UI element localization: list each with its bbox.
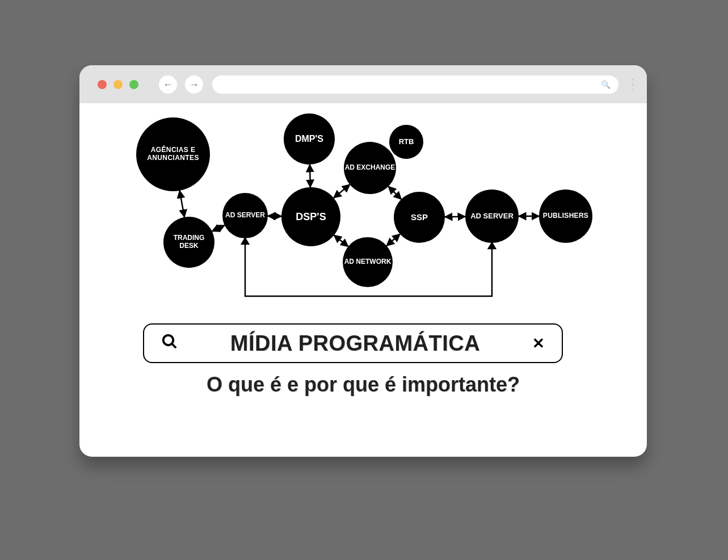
arrow-left-icon: ← (163, 79, 173, 91)
node-agencias: AGÊNCIAS E ANUNCIANTES (136, 117, 210, 191)
headline-term: MÍDIA PROGRAMÁTICA (192, 331, 519, 356)
svg-line-11 (172, 343, 176, 348)
browser-window: ← → 🔍 AGÊNCIAS E ANUNCIANTES TRADING DES… (79, 65, 647, 457)
svg-line-4 (334, 184, 350, 198)
browser-menu-button[interactable] (628, 75, 638, 94)
nav-back-button[interactable]: ← (159, 75, 177, 94)
node-ad-network: AD NETWORK (343, 237, 393, 287)
svg-line-3 (310, 165, 310, 187)
node-publishers: PUBLISHERS (539, 190, 592, 243)
node-ad-exchange: AD EXCHANGE (344, 142, 396, 194)
headline-search-box: MÍDIA PROGRAMÁTICA ✕ (143, 323, 563, 363)
window-minimize-dot[interactable] (113, 80, 123, 89)
svg-line-1 (212, 225, 225, 231)
window-close-dot[interactable] (98, 80, 107, 89)
node-ad-server-1: AD SERVER (222, 193, 268, 238)
clear-icon[interactable]: ✕ (532, 335, 545, 352)
node-ssp: SSP (394, 192, 445, 243)
nav-forward-button[interactable]: → (185, 75, 203, 94)
svg-line-7 (386, 234, 400, 246)
arrow-right-icon: → (189, 79, 199, 91)
search-icon (161, 333, 178, 354)
node-ad-server-2: AD SERVER (465, 190, 519, 243)
search-icon: 🔍 (601, 80, 611, 89)
svg-line-5 (334, 235, 348, 246)
svg-line-6 (389, 187, 402, 200)
svg-line-0 (180, 191, 184, 217)
svg-line-8 (445, 217, 465, 217)
node-dsps: DSP'S (281, 187, 340, 246)
subtitle: O que é e por que é importante? (79, 372, 647, 397)
window-maximize-dot[interactable] (129, 80, 138, 89)
node-rtb: RTB (389, 125, 423, 159)
node-trading: TRADING DESK (163, 217, 214, 268)
url-bar[interactable]: 🔍 (212, 75, 618, 94)
node-dmps: DMP'S (284, 113, 335, 165)
browser-toolbar: ← → 🔍 (79, 65, 647, 103)
svg-point-10 (163, 335, 174, 345)
